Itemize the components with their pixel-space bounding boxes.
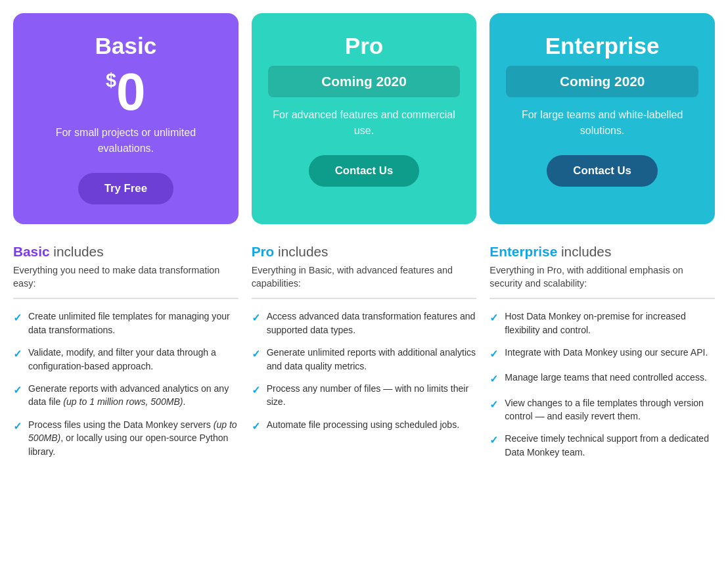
features-pro-includes: includes (274, 244, 328, 259)
features-enterprise-subtext: Everything in Pro, with additional empha… (489, 264, 715, 290)
check-icon-pro-4: ✓ (252, 419, 260, 434)
basic-plan-description: For small projects or unlimited evaluati… (30, 125, 222, 156)
check-icon-enterprise-4: ✓ (489, 397, 498, 412)
features-basic-divider (13, 298, 239, 299)
features-enterprise-plan-name: Enterprise (489, 244, 557, 259)
features-basic-heading: Basic includes (13, 244, 239, 260)
check-icon-enterprise-3: ✓ (489, 371, 498, 387)
features-basic-includes: includes (50, 244, 104, 259)
card-basic: Basic $ 0 For small projects or unlimite… (13, 13, 239, 224)
feature-enterprise-5: ✓ Receive timely technical support from … (489, 432, 715, 459)
features-pro: Pro includes Everything in Basic, with a… (252, 244, 477, 468)
feature-enterprise-2-text: Integrate with Data Monkey using our sec… (505, 346, 708, 359)
enterprise-contact-us-button[interactable]: Contact Us (547, 155, 658, 187)
check-icon-basic-1: ✓ (13, 310, 22, 325)
feature-enterprise-5-text: Receive timely technical support from a … (505, 432, 715, 459)
pro-coming-soon: Coming 2020 (268, 66, 461, 97)
enterprise-plan-description: For large teams and white-labelled solut… (506, 107, 698, 139)
pricing-cards-container: Basic $ 0 For small projects or unlimite… (13, 13, 715, 224)
features-enterprise: Enterprise includes Everything in Pro, w… (489, 244, 715, 468)
basic-plan-price: $ 0 (30, 66, 222, 118)
features-pro-divider (252, 298, 477, 299)
check-icon-basic-4: ✓ (13, 419, 22, 434)
feature-pro-4: ✓ Automate file processing using schedul… (252, 418, 477, 434)
feature-pro-2: ✓ Generate unlimited reports with additi… (252, 346, 477, 373)
feature-enterprise-1: ✓ Host Data Monkey on-premise for increa… (489, 310, 715, 337)
feature-basic-1: ✓ Create unlimited file templates for ma… (13, 310, 239, 337)
feature-pro-1-text: Access advanced data transformation feat… (267, 310, 477, 337)
features-enterprise-includes: includes (557, 244, 611, 259)
check-icon-enterprise-5: ✓ (489, 433, 498, 448)
basic-try-free-button[interactable]: Try Free (78, 173, 173, 204)
features-grid: Basic includes Everything you need to ma… (13, 244, 715, 468)
check-icon-pro-3: ✓ (252, 383, 260, 398)
feature-basic-1-text: Create unlimited file templates for mana… (28, 310, 239, 337)
features-enterprise-heading: Enterprise includes (489, 244, 715, 260)
feature-basic-2-text: Validate, modify, and filter your data t… (28, 346, 239, 373)
check-icon-basic-2: ✓ (13, 346, 22, 362)
basic-price-symbol: $ (106, 71, 116, 90)
check-icon-enterprise-1: ✓ (489, 310, 498, 325)
feature-enterprise-4: ✓ View changes to a file templates throu… (489, 396, 715, 423)
check-icon-enterprise-2: ✓ (489, 346, 498, 362)
basic-plan-title: Basic (30, 33, 222, 59)
features-basic-subtext: Everything you need to make data transfo… (13, 264, 239, 290)
feature-basic-4-text: Process files using the Data Monkey serv… (28, 418, 239, 458)
check-icon-pro-1: ✓ (252, 310, 260, 325)
features-pro-subtext: Everything in Basic, with advanced featu… (252, 264, 477, 290)
card-pro: Pro Coming 2020 For advanced features an… (252, 13, 477, 224)
features-basic: Basic includes Everything you need to ma… (13, 244, 239, 468)
features-pro-plan-name: Pro (252, 244, 275, 259)
features-basic-plan-name: Basic (13, 244, 50, 259)
feature-basic-3-text: Generate reports with advanced analytics… (28, 382, 239, 409)
enterprise-coming-soon: Coming 2020 (506, 66, 698, 97)
feature-pro-4-text: Automate file processing using scheduled… (267, 418, 459, 431)
check-icon-pro-2: ✓ (252, 346, 260, 362)
check-icon-basic-3: ✓ (13, 383, 22, 398)
feature-enterprise-3: ✓ Manage large teams that need controlle… (489, 371, 715, 387)
features-pro-heading: Pro includes (252, 244, 477, 260)
pro-plan-description: For advanced features and commercial use… (268, 107, 461, 139)
feature-enterprise-2: ✓ Integrate with Data Monkey using our s… (489, 346, 715, 362)
feature-enterprise-3-text: Manage large teams that need controlled … (505, 371, 707, 384)
feature-basic-3: ✓ Generate reports with advanced analyti… (13, 382, 239, 409)
pro-plan-title: Pro (268, 33, 461, 59)
feature-basic-4: ✓ Process files using the Data Monkey se… (13, 418, 239, 458)
basic-price-amount: 0 (116, 66, 146, 118)
feature-pro-2-text: Generate unlimited reports with addition… (267, 346, 477, 373)
pro-contact-us-button[interactable]: Contact Us (309, 155, 420, 187)
feature-enterprise-1-text: Host Data Monkey on-premise for increase… (505, 310, 715, 337)
feature-pro-3-text: Process any number of files — with no li… (267, 382, 477, 409)
feature-basic-2: ✓ Validate, modify, and filter your data… (13, 346, 239, 373)
feature-pro-3: ✓ Process any number of files — with no … (252, 382, 477, 409)
feature-pro-1: ✓ Access advanced data transformation fe… (252, 310, 477, 337)
card-enterprise: Enterprise Coming 2020 For large teams a… (489, 13, 715, 224)
features-enterprise-divider (489, 298, 715, 299)
feature-enterprise-4-text: View changes to a file templates through… (505, 396, 715, 423)
enterprise-plan-title: Enterprise (506, 33, 698, 59)
